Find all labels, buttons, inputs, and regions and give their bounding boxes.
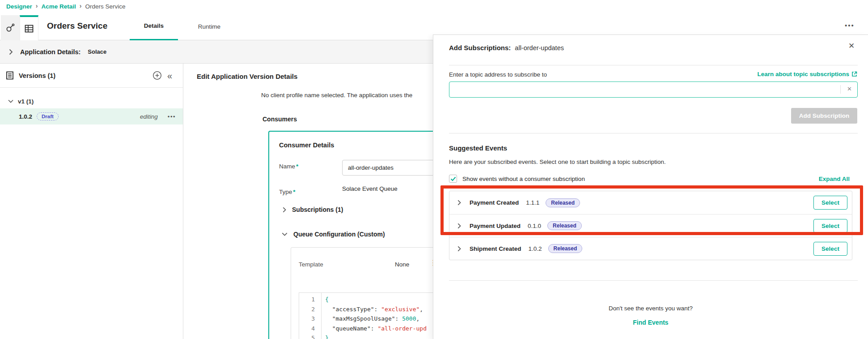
subscriptions-expander[interactable]: Subscriptions (1) xyxy=(283,206,343,213)
topic-address-label: Enter a topic address to subscribe to xyxy=(449,71,547,78)
more-menu-button[interactable]: ••• xyxy=(841,21,859,32)
subscriptions-label: Subscriptions (1) xyxy=(292,206,343,213)
version-row-selected[interactable]: 1.0.2 Draft editing ••• xyxy=(0,108,183,124)
versions-sidebar: Versions (1) « v1 (1) 1.0.2 Draft editin… xyxy=(0,64,183,339)
learn-about-subscriptions-link[interactable]: Learn about topic subscriptions xyxy=(757,71,857,77)
breadcrumb-separator: › xyxy=(80,2,82,9)
add-subscription-button[interactable]: Add Subscription xyxy=(791,108,857,124)
event-row-payment-created[interactable]: Payment Created 1.1.1 Released Select xyxy=(449,191,852,214)
versions-header: Versions (1) « xyxy=(0,64,183,88)
chevron-down-icon xyxy=(8,99,13,103)
external-link-icon xyxy=(851,71,857,77)
screen: Designer › Acme Retail › Orders Service … xyxy=(0,0,868,339)
topic-address-input-wrap: ✕ xyxy=(449,82,858,98)
suggested-events-description: Here are your subscribed events. Select … xyxy=(449,159,666,165)
page-title: Orders Service xyxy=(47,21,107,31)
code-line: "queueName": "all-order-upd xyxy=(325,324,427,334)
clear-input-icon[interactable]: ✕ xyxy=(847,86,852,92)
chevron-right-icon xyxy=(457,223,461,229)
template-value: None xyxy=(395,261,409,268)
code-token: } xyxy=(325,335,329,339)
show-events-checkbox-row: Show events without a consumer subscript… xyxy=(449,175,585,183)
event-version: 0.1.0 xyxy=(528,223,541,229)
name-label-text: Name xyxy=(279,163,295,170)
chevron-down-icon xyxy=(282,232,288,236)
collapse-sidebar-button[interactable]: « xyxy=(167,71,172,80)
event-row-payment-updated[interactable]: Payment Updated 0.1.0 Released Select xyxy=(449,214,852,237)
chevron-right-icon xyxy=(457,246,461,252)
divider xyxy=(449,65,858,65)
event-row-shipment-created[interactable]: Shipment Created 1.0.2 Released Select xyxy=(449,237,852,260)
code-token: "exclusive" xyxy=(381,306,419,313)
find-events-question: Don't see the events you want? xyxy=(449,305,852,312)
show-events-checkbox-label: Show events without a consumer subscript… xyxy=(462,176,585,182)
version-group-v1[interactable]: v1 (1) xyxy=(0,94,183,108)
chevron-right-icon xyxy=(9,49,13,55)
code-line: "accessType": "exclusive", xyxy=(325,305,427,314)
consumer-details-title: Consumer Details xyxy=(279,142,334,149)
add-version-button[interactable] xyxy=(152,71,162,80)
code-token: "all-order-upd xyxy=(377,325,427,332)
suggested-events-title: Suggested Events xyxy=(449,144,507,152)
editing-status: editing xyxy=(140,113,158,120)
add-subscriptions-panel: Add Subscriptions: all-order-updates ✕ E… xyxy=(433,34,868,339)
consumers-section-label: Consumers xyxy=(263,116,297,123)
line-number: 5 xyxy=(299,333,315,339)
consumer-name-input[interactable] xyxy=(342,160,433,176)
client-profile-note: No client profile name selected. The app… xyxy=(261,92,412,99)
breadcrumb-designer[interactable]: Designer xyxy=(6,3,32,10)
code-content: { "accessType": "exclusive", "maxMsgSpoo… xyxy=(322,293,427,339)
versions-list-icon xyxy=(6,71,13,80)
learn-link-text: Learn about topic subscriptions xyxy=(757,71,849,77)
type-label-text: Type xyxy=(279,189,292,195)
code-line-numbers: 1 2 3 4 5 xyxy=(299,293,322,339)
application-details-band[interactable]: Application Details: Solace xyxy=(0,40,433,64)
edit-version-content: Edit Application Version Details No clie… xyxy=(183,64,433,339)
version-number: 1.0.2 xyxy=(19,113,32,120)
panel-subtitle: all-order-updates xyxy=(515,44,564,51)
panel-title-row: Add Subscriptions: all-order-updates xyxy=(449,44,564,51)
topic-address-input[interactable] xyxy=(449,82,834,97)
event-name: Payment Created xyxy=(470,199,519,206)
name-field-label: Name* xyxy=(279,163,298,170)
breadcrumb-acme-retail[interactable]: Acme Retail xyxy=(41,3,76,10)
graph-view-tab[interactable] xyxy=(1,15,20,40)
graph-icon xyxy=(5,23,15,33)
expand-all-link[interactable]: Expand All xyxy=(819,176,850,182)
code-token: "queueName" xyxy=(325,325,371,332)
released-badge: Released xyxy=(547,221,582,230)
show-events-checkbox[interactable] xyxy=(449,175,457,183)
version-row-menu-button[interactable]: ••• xyxy=(168,113,176,120)
code-token: : xyxy=(371,325,378,332)
tab-details[interactable]: Details xyxy=(130,13,178,40)
select-event-button[interactable]: Select xyxy=(813,219,847,233)
breadcrumb-orders-service: Orders Service xyxy=(85,3,125,10)
queue-template-box: Template None ⋮ 1 2 3 4 5 { "accessType"… xyxy=(291,247,433,339)
find-events-link[interactable]: Find Events xyxy=(449,319,852,326)
code-token: "maxMsgSpoolUsage" xyxy=(325,315,395,322)
versions-title: Versions (1) xyxy=(19,72,55,79)
select-event-button[interactable]: Select xyxy=(813,242,847,256)
list-view-tab[interactable] xyxy=(20,15,38,40)
event-version: 1.0.2 xyxy=(529,245,542,252)
event-version: 1.1.1 xyxy=(526,199,539,206)
code-token: { xyxy=(325,296,329,303)
queue-configuration-expander[interactable]: Queue Configuration (Custom) xyxy=(282,231,385,238)
divider xyxy=(840,85,841,94)
queue-config-code-editor[interactable]: 1 2 3 4 5 { "accessType": "exclusive", "… xyxy=(299,292,433,339)
consumer-type-value: Solace Event Queue xyxy=(342,185,398,192)
table-icon xyxy=(24,24,34,33)
required-marker: * xyxy=(296,163,298,170)
tab-runtime[interactable]: Runtime xyxy=(188,13,231,40)
code-token: , xyxy=(419,306,423,313)
close-icon[interactable]: ✕ xyxy=(848,41,855,51)
queue-configuration-label: Queue Configuration (Custom) xyxy=(293,231,385,238)
template-label: Template xyxy=(299,261,323,268)
event-name: Payment Updated xyxy=(470,223,521,229)
code-token: : xyxy=(374,306,381,313)
released-badge: Released xyxy=(546,198,580,207)
code-line: { xyxy=(325,295,427,305)
code-token: "accessType" xyxy=(325,306,374,313)
select-event-button[interactable]: Select xyxy=(813,196,847,210)
version-group-label: v1 (1) xyxy=(18,98,34,105)
